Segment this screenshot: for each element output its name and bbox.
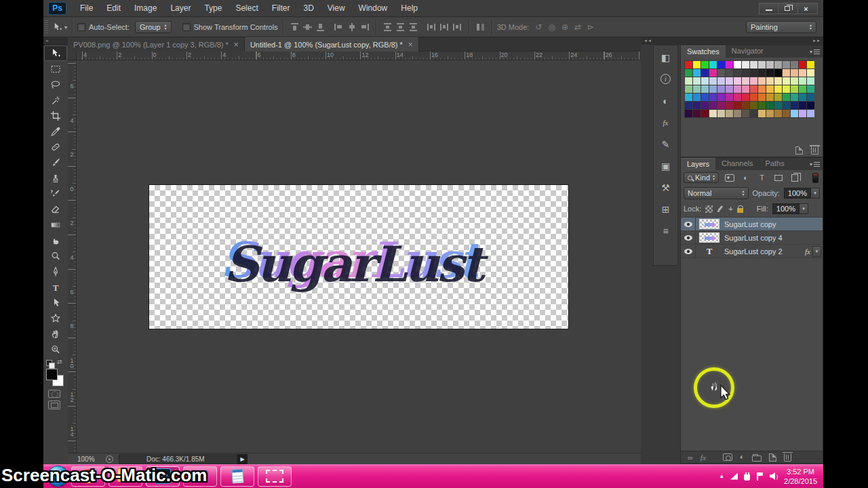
- swatch[interactable]: [717, 110, 725, 117]
- tab-channels[interactable]: Channels: [715, 158, 759, 170]
- swatch[interactable]: [799, 69, 806, 77]
- swatch[interactable]: [774, 85, 782, 93]
- swatch[interactable]: [726, 77, 733, 85]
- swatch[interactable]: [726, 94, 733, 101]
- swatch[interactable]: [807, 69, 814, 77]
- swatch[interactable]: [734, 69, 741, 77]
- tool-preset-caret-icon[interactable]: ▾: [64, 24, 67, 30]
- taskbar-clock[interactable]: 3:52 PM 2/28/2015: [784, 467, 817, 486]
- expand-panels-icon[interactable]: ►►: [812, 37, 821, 45]
- swatch[interactable]: [783, 110, 790, 117]
- smudge-tool[interactable]: [44, 232, 67, 248]
- distribute-right-edges-icon[interactable]: [452, 22, 462, 32]
- swatch[interactable]: [807, 61, 814, 68]
- swap-colors-icon[interactable]: ⇄: [57, 359, 62, 365]
- swatch[interactable]: [774, 69, 782, 77]
- add-mask-icon[interactable]: [723, 453, 732, 461]
- swatch[interactable]: [742, 102, 749, 109]
- new-layer-icon[interactable]: [769, 453, 776, 462]
- layer-filter-dropdown[interactable]: Kind ▴▾: [684, 172, 719, 183]
- taskbar-screen-capture-button[interactable]: [258, 466, 292, 487]
- swatch[interactable]: [709, 77, 717, 85]
- swatch[interactable]: [742, 61, 749, 68]
- swatch[interactable]: [791, 85, 798, 93]
- pen-tool[interactable]: [44, 264, 67, 279]
- filter-shape-layers-icon[interactable]: [772, 173, 784, 182]
- swatch[interactable]: [701, 110, 709, 117]
- swatch[interactable]: [766, 61, 774, 68]
- 3d-orbit-icon[interactable]: ↺: [535, 22, 542, 32]
- align-horizontal-centers-icon[interactable]: [347, 22, 357, 32]
- visibility-cell[interactable]: [681, 231, 696, 244]
- materials-icon[interactable]: ◧: [656, 48, 675, 66]
- swatch[interactable]: [783, 61, 790, 68]
- layer-style-icon[interactable]: fx: [701, 453, 706, 462]
- menu-select[interactable]: Select: [229, 1, 264, 15]
- tool-presets-icon[interactable]: ⚒: [656, 178, 675, 197]
- swatch[interactable]: [774, 61, 782, 68]
- distribute-left-edges-icon[interactable]: [427, 22, 437, 32]
- swatch[interactable]: [807, 110, 814, 117]
- filter-toggle-switch[interactable]: [812, 173, 818, 183]
- layer-thumbnail[interactable]: [699, 219, 719, 229]
- swatch[interactable]: [807, 77, 814, 85]
- swatch[interactable]: [766, 85, 774, 93]
- distribute-top-edges-icon[interactable]: [382, 22, 393, 32]
- swatch[interactable]: [726, 85, 733, 93]
- adjustments-icon[interactable]: ◐: [656, 92, 675, 110]
- clone-stamp-tool[interactable]: [44, 170, 67, 186]
- menu-window[interactable]: Window: [352, 1, 395, 15]
- swatch[interactable]: [758, 110, 766, 117]
- menu-3d[interactable]: 3D: [296, 1, 320, 15]
- swatch[interactable]: [766, 69, 774, 77]
- swatch[interactable]: [701, 102, 709, 109]
- swatch[interactable]: [783, 77, 790, 85]
- swatch[interactable]: [791, 61, 798, 68]
- swatch[interactable]: [774, 77, 782, 85]
- swatch[interactable]: [709, 102, 717, 109]
- swatch[interactable]: [693, 85, 701, 93]
- crop-tool[interactable]: [44, 108, 67, 123]
- swatch[interactable]: [685, 69, 692, 77]
- swatch[interactable]: [717, 85, 725, 93]
- swatch[interactable]: [799, 102, 806, 109]
- distribute-vertical-centers-icon[interactable]: [395, 22, 406, 32]
- menu-view[interactable]: View: [321, 1, 352, 15]
- 3d-camera-icon[interactable]: ⊳: [587, 22, 594, 32]
- filter-adjustment-layers-icon[interactable]: ◐: [740, 173, 751, 182]
- action-center-flag-icon[interactable]: [756, 472, 764, 481]
- swatch[interactable]: [742, 85, 749, 93]
- swatch[interactable]: [693, 77, 701, 85]
- swatch[interactable]: [693, 102, 701, 109]
- network-icon[interactable]: [730, 473, 738, 480]
- foreground-color-chip[interactable]: [46, 369, 58, 380]
- filter-smart-objects-icon[interactable]: [789, 173, 800, 182]
- eraser-tool[interactable]: [44, 201, 67, 217]
- swatch[interactable]: [791, 69, 798, 77]
- tab-close-icon[interactable]: ×: [408, 41, 413, 48]
- swatch[interactable]: [750, 94, 757, 101]
- swatch[interactable]: [717, 77, 725, 85]
- swatch[interactable]: [734, 102, 741, 109]
- swatch[interactable]: [693, 69, 701, 77]
- lock-all-icon[interactable]: [737, 208, 743, 213]
- swatch[interactable]: [750, 61, 757, 68]
- swatch[interactable]: [726, 61, 733, 68]
- dodge-tool[interactable]: [44, 248, 67, 264]
- swatch[interactable]: [783, 85, 790, 93]
- 3d-roll-icon[interactable]: ◎: [548, 22, 555, 32]
- info-icon[interactable]: i: [656, 70, 675, 88]
- visibility-cell[interactable]: [681, 218, 696, 230]
- clone-source-icon[interactable]: ▣: [656, 157, 675, 175]
- lock-transparency-icon[interactable]: [705, 205, 713, 213]
- swatch[interactable]: [701, 69, 709, 77]
- panel-menu-icon[interactable]: ▾: [810, 45, 823, 58]
- document-tab-active[interactable]: Untitled-1 @ 100% (SugarLust copy, RGB/8…: [245, 37, 419, 52]
- 3d-pan-icon[interactable]: ⊕: [561, 22, 568, 32]
- swatch[interactable]: [685, 110, 692, 117]
- screen-mode-button[interactable]: [48, 401, 60, 409]
- swatch[interactable]: [734, 110, 741, 117]
- lasso-tool[interactable]: [44, 77, 67, 92]
- fx-expand-icon[interactable]: ▾: [812, 246, 821, 257]
- swatch[interactable]: [766, 110, 774, 117]
